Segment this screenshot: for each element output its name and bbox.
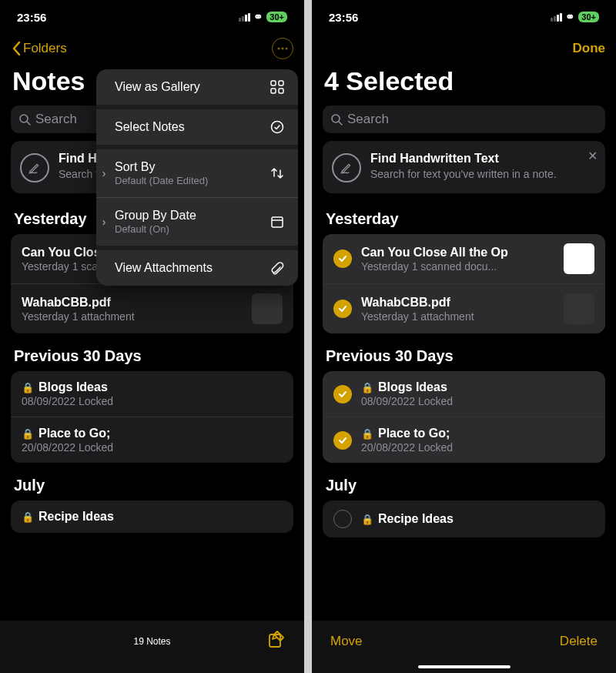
- menu-sort-by[interactable]: › Sort By Default (Date Edited): [96, 145, 298, 197]
- grid-icon: [269, 80, 286, 94]
- back-button[interactable]: Folders: [11, 41, 67, 56]
- svg-rect-5: [271, 81, 276, 85]
- note-sub: 20/08/2022 Locked: [361, 441, 594, 454]
- svg-rect-12: [270, 634, 280, 647]
- note-row[interactable]: 🔒Blogs Ideas 08/09/2022 Locked: [323, 371, 605, 417]
- note-row[interactable]: WahabCBB.pdf Yesterday 1 attachment: [323, 283, 605, 333]
- menu-label: View as Gallery: [115, 80, 200, 93]
- chevron-left-icon: [11, 41, 22, 56]
- note-title: 🔒Recipe Ideas: [22, 510, 283, 524]
- note-title: 🔒Blogs Ideas: [22, 380, 283, 394]
- selection-check[interactable]: [333, 300, 352, 318]
- sort-arrows-icon: [269, 166, 286, 180]
- note-thumbnail: [564, 243, 594, 274]
- notes-count: 19 Notes: [133, 636, 170, 647]
- note-row[interactable]: 🔒Recipe Ideas: [11, 501, 293, 533]
- status-time: 23:56: [17, 11, 46, 24]
- note-sub: Yesterday 1 attachment: [22, 310, 243, 323]
- note-row[interactable]: 🔒Place to Go; 20/08/2022 Locked: [11, 417, 293, 463]
- svg-point-1: [282, 48, 284, 50]
- search-placeholder: Search: [35, 112, 77, 127]
- status-right: ⚭ 30+: [551, 10, 599, 24]
- lock-icon: 🔒: [22, 382, 34, 393]
- close-card-button[interactable]: ✕: [588, 149, 598, 163]
- svg-rect-6: [279, 81, 283, 85]
- note-thumbnail: [252, 293, 283, 324]
- note-row[interactable]: Can You Close All the Op Yesterday 1 sca…: [323, 234, 605, 283]
- menu-sub: Default (On): [115, 223, 261, 235]
- home-indicator[interactable]: [418, 665, 511, 668]
- calendar-icon: [269, 215, 286, 229]
- svg-line-4: [27, 122, 30, 125]
- note-row[interactable]: 🔒Blogs Ideas 08/09/2022 Locked: [11, 371, 293, 417]
- lock-icon: 🔒: [22, 428, 34, 440]
- more-button[interactable]: [272, 38, 293, 59]
- svg-rect-7: [271, 89, 276, 93]
- note-sub: Yesterday 1 scanned docu...: [361, 260, 554, 273]
- card-title: Find Handwritten Text: [370, 152, 582, 166]
- menu-view-attachments[interactable]: View Attachments: [96, 246, 298, 286]
- svg-line-14: [339, 122, 342, 125]
- note-row[interactable]: WahabCBB.pdf Yesterday 1 attachment: [11, 283, 293, 333]
- note-sub: 08/09/2022 Locked: [22, 395, 283, 407]
- handwriting-icon: [20, 153, 49, 182]
- status-time: 23:56: [329, 11, 358, 24]
- menu-select-notes[interactable]: Select Notes: [96, 105, 298, 145]
- group-july: 🔒Recipe Ideas: [323, 501, 605, 537]
- group-july: 🔒Recipe Ideas: [11, 501, 293, 533]
- chevron-right-icon: ›: [96, 216, 112, 228]
- note-row[interactable]: 🔒Place to Go; 20/08/2022 Locked: [323, 417, 605, 463]
- selection-check[interactable]: [333, 249, 352, 268]
- delete-button[interactable]: Delete: [560, 634, 598, 649]
- nav-bar: Folders: [0, 34, 304, 63]
- compose-icon: [267, 631, 286, 649]
- note-title: 🔒Recipe Ideas: [361, 512, 594, 526]
- svg-point-0: [278, 48, 280, 50]
- bottom-toolbar: 19 Notes: [0, 621, 304, 673]
- selection-check[interactable]: [333, 385, 352, 403]
- status-right: ⚭ 30+: [239, 10, 287, 24]
- svg-point-2: [286, 48, 288, 50]
- compose-button[interactable]: [267, 631, 286, 652]
- group-prev30: 🔒Blogs Ideas 08/09/2022 Locked 🔒Place to…: [11, 371, 293, 463]
- data-icon: ⚭: [565, 10, 575, 24]
- search-placeholder: Search: [347, 112, 389, 127]
- card-sub: Search for text you've written in a note…: [370, 167, 582, 181]
- lock-icon: 🔒: [22, 511, 34, 523]
- note-title: 🔒Blogs Ideas: [361, 380, 594, 394]
- section-july: July: [312, 469, 616, 501]
- selection-check[interactable]: [333, 510, 352, 528]
- section-yesterday: Yesterday: [312, 203, 616, 234]
- phone-right: 23:56 ⚭ 30+ Done 4 Selected Search Find …: [312, 0, 616, 673]
- move-button[interactable]: Move: [330, 634, 363, 649]
- find-handwritten-card[interactable]: Find Handwritten Text Search for text yo…: [323, 141, 605, 193]
- search-input[interactable]: Search: [323, 105, 605, 133]
- back-label: Folders: [23, 41, 67, 56]
- more-menu: View as Gallery Select Notes › Sort By D…: [96, 69, 298, 286]
- battery-badge: 30+: [578, 12, 599, 22]
- svg-rect-10: [272, 217, 283, 227]
- menu-view-gallery[interactable]: View as Gallery: [96, 69, 298, 105]
- note-title: Can You Close All the Op: [361, 246, 554, 259]
- signal-icon: [239, 13, 250, 22]
- ellipsis-icon: [277, 47, 288, 50]
- note-title: 🔒Place to Go;: [22, 427, 283, 440]
- handwriting-icon: [332, 153, 361, 182]
- menu-sub: Default (Date Edited): [115, 175, 261, 186]
- section-prev30: Previous 30 Days: [0, 340, 304, 371]
- status-bar: 23:56 ⚭ 30+: [0, 0, 304, 34]
- chevron-right-icon: ›: [96, 167, 112, 179]
- signal-icon: [551, 13, 562, 22]
- note-sub: Yesterday 1 attachment: [361, 310, 554, 323]
- data-icon: ⚭: [253, 10, 263, 24]
- nav-bar: Done: [312, 34, 616, 63]
- selection-check[interactable]: [333, 431, 352, 450]
- card-text: Find Handwritten Text Search for text yo…: [370, 152, 596, 181]
- menu-label: View Attachments: [115, 261, 213, 274]
- menu-label: Sort By: [115, 160, 261, 174]
- section-prev30: Previous 30 Days: [312, 340, 616, 371]
- done-button[interactable]: Done: [573, 41, 606, 56]
- search-icon: [18, 113, 31, 126]
- menu-group-by-date[interactable]: › Group By Date Default (On): [96, 197, 298, 246]
- note-row[interactable]: 🔒Recipe Ideas: [323, 501, 605, 537]
